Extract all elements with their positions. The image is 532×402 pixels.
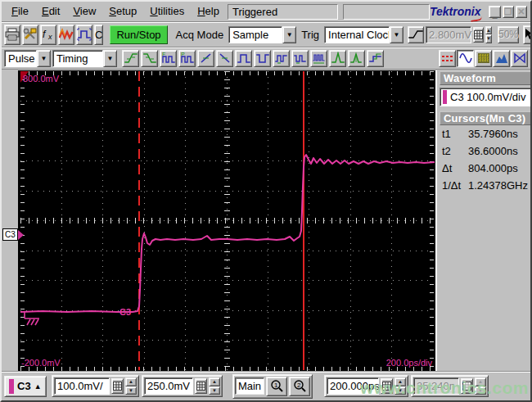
- menu-setup[interactable]: Setup: [102, 3, 143, 20]
- context-help-button[interactable]: ?: [523, 25, 532, 44]
- spinner-up-icon[interactable]: ▲: [485, 26, 492, 35]
- minimize-button[interactable]: _: [489, 6, 500, 18]
- negative-crossing-icon: [219, 52, 232, 65]
- delay-icon: [369, 52, 382, 65]
- measure-positive-width-button[interactable]: [235, 50, 252, 67]
- positive-duty-cycle-icon: [275, 52, 288, 65]
- main-view-button[interactable]: Main: [235, 377, 264, 395]
- vertical-scale-stepper[interactable]: ▲▼: [125, 377, 137, 395]
- chevron-down-icon[interactable]: ▼: [390, 26, 404, 43]
- frequency-icon: F: [162, 52, 175, 65]
- horizontal-scale-stepper[interactable]: ▲▼: [394, 377, 406, 395]
- pulse-define-icon: [77, 28, 92, 41]
- math-fx-button[interactable]: f x: [40, 25, 56, 45]
- horizontal-scale-group: 200.000ps ▲▼: [324, 375, 408, 397]
- waveform-channel-item[interactable]: C3 100.0mV/div: [440, 88, 531, 106]
- measure-delay-button[interactable]: [367, 50, 384, 67]
- measure-negative-crossing-button[interactable]: [216, 50, 233, 67]
- measure-negative-duty-cycle-button[interactable]: [291, 50, 309, 67]
- positive-crossing-icon: [200, 52, 213, 65]
- restore-button[interactable]: ❐: [503, 6, 514, 18]
- period-icon: P: [181, 52, 194, 65]
- waveform-display-button[interactable]: [457, 50, 474, 67]
- magnifier-1-icon: 1: [270, 379, 284, 393]
- keypad-icon[interactable]: [381, 378, 393, 394]
- vertical-scale-group: 100.0mV/ ▲▼: [52, 375, 139, 397]
- trig-source-select[interactable]: Internal Clock ▼: [324, 26, 404, 43]
- chevron-down-icon[interactable]: ▼: [37, 50, 51, 67]
- measure-negative-width-button[interactable]: [254, 50, 271, 67]
- menu-help[interactable]: Help: [191, 3, 226, 20]
- menu-utilities[interactable]: Utilities: [143, 3, 191, 20]
- waveform-plot[interactable]: 800.0mV -200.0mV 200.0ps/div C3: [18, 70, 437, 371]
- keypad-icon[interactable]: [111, 378, 124, 394]
- vertical-offset-field[interactable]: 250.0mV: [144, 377, 193, 395]
- measure-positive-pulse-button[interactable]: [329, 50, 346, 67]
- spinner-down-icon[interactable]: ▼: [485, 34, 492, 43]
- cursor-readout-row: 1/Δt1.24378GHz: [439, 177, 532, 194]
- keypad-icon[interactable]: [473, 27, 484, 43]
- acq-mode-label: Acq Mode: [173, 29, 228, 41]
- keypad-icon[interactable]: [195, 378, 207, 394]
- tools-icon: [23, 28, 38, 41]
- vertical-scale-field[interactable]: 100.0mV/: [54, 377, 110, 395]
- measurement-toolbar: Pulse ▼ Timing ▼ F P: [2, 47, 530, 70]
- graticule-display-button[interactable]: [475, 50, 492, 67]
- channel-select-button[interactable]: C3 ▲: [4, 376, 47, 397]
- measure-positive-duty-cycle-button[interactable]: [273, 50, 290, 67]
- burst-width-icon: [313, 52, 326, 65]
- top-scale-label: 800.0mV: [23, 74, 60, 84]
- histogram-display-button[interactable]: [493, 50, 510, 67]
- measure-class-select[interactable]: Timing ▼: [52, 50, 117, 67]
- graticule-icon: [477, 52, 490, 65]
- cursors-panel-header: Cursors(Mn C3): [440, 111, 531, 125]
- measure-negative-pulse-button[interactable]: [348, 50, 365, 67]
- zoom-1-button[interactable]: 1: [266, 377, 287, 396]
- clear-button[interactable]: C: [94, 25, 103, 45]
- close-button[interactable]: ✕: [516, 6, 527, 18]
- measure-fall-time-button[interactable]: [141, 50, 158, 67]
- pulse-define-button[interactable]: [76, 25, 92, 45]
- tools-button[interactable]: [22, 25, 38, 45]
- magnifier-2-icon: 2: [293, 379, 307, 393]
- menu-file[interactable]: File: [5, 3, 35, 20]
- waveform-database-icon: [59, 28, 74, 41]
- trigger-slope-button[interactable]: [408, 26, 424, 43]
- print-button[interactable]: [4, 25, 20, 45]
- acq-mode-select[interactable]: Sample ▼: [228, 26, 296, 43]
- trigger-level-stepper[interactable]: ▲ ▼: [485, 26, 492, 43]
- trig-label: Trig: [298, 29, 322, 41]
- menu-edit[interactable]: Edit: [35, 3, 66, 20]
- trigger-level-field: 2.800mV: [426, 26, 471, 43]
- chevron-down-icon[interactable]: ▼: [282, 26, 296, 43]
- measure-rise-time-button[interactable]: [122, 50, 139, 67]
- measure-period-button[interactable]: P: [178, 50, 196, 67]
- vertical-offset-stepper[interactable]: ▲▼: [209, 377, 220, 395]
- math-fx-icon: f x: [41, 28, 56, 41]
- measure-category-select[interactable]: Pulse ▼: [4, 50, 51, 67]
- mask-icon: [513, 52, 526, 65]
- waveform-database-button[interactable]: [58, 25, 74, 45]
- zoom-2-button[interactable]: 2: [289, 377, 310, 396]
- measure-positive-crossing-button[interactable]: [197, 50, 214, 67]
- fall-time-icon: [143, 52, 156, 65]
- horizontal-scale-field[interactable]: 200.000ps: [327, 377, 379, 395]
- context-help-icon: ?: [524, 28, 532, 41]
- cursors-display-button[interactable]: [439, 50, 456, 67]
- menu-view[interactable]: View: [66, 3, 102, 20]
- measure-frequency-button[interactable]: F: [160, 50, 177, 67]
- channel-color-bar: [443, 90, 447, 104]
- graticule: [20, 71, 433, 370]
- set-fifty-percent-button[interactable]: 50%: [498, 26, 519, 43]
- measure-burst-width-button[interactable]: [310, 50, 327, 67]
- cursor-readout-row: Δt804.000ps: [439, 160, 532, 177]
- trace-channel-label: C3: [119, 307, 131, 317]
- chevron-down-icon[interactable]: ▼: [103, 50, 117, 67]
- histogram-icon: [495, 52, 508, 65]
- run-stop-button[interactable]: Run/Stop: [110, 25, 167, 44]
- mask-display-button[interactable]: [511, 50, 528, 67]
- ground-reference-icon: [25, 312, 39, 325]
- channel-position-marker[interactable]: C3: [2, 228, 24, 241]
- negative-width-icon: [256, 52, 269, 65]
- keypad-icon[interactable]: [461, 378, 473, 394]
